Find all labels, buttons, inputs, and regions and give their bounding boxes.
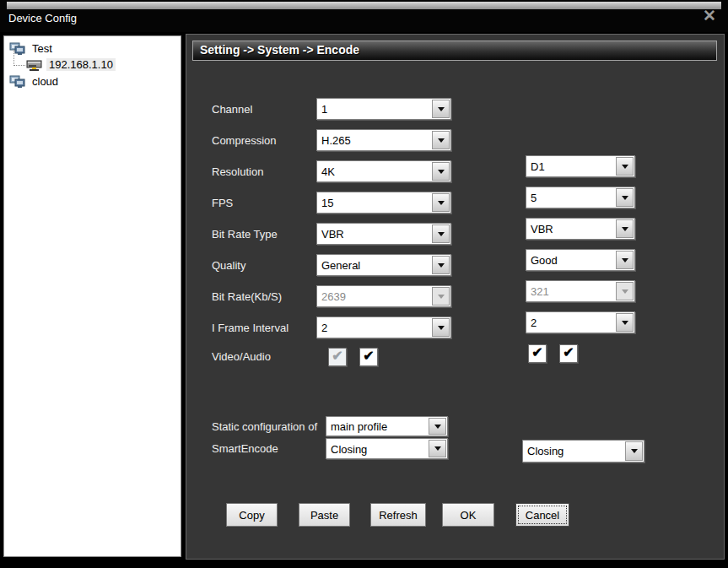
dropdown-arrow-icon[interactable]	[616, 188, 634, 207]
device-group-icon	[9, 75, 26, 89]
i-frame-interval-select-sub[interactable]: 2	[526, 311, 635, 333]
dropdown-arrow-icon[interactable]	[432, 131, 450, 149]
cancel-button[interactable]: Cancel	[515, 503, 569, 527]
bit-rate-type-value-sub: VBR	[526, 219, 615, 239]
window-title: Device Config	[8, 12, 77, 24]
dropdown-arrow-icon[interactable]	[432, 193, 450, 212]
bit-rate-value-main: 2639	[317, 286, 431, 306]
bit-rate-type-value-main: VBR	[317, 224, 431, 244]
channel-select[interactable]: 1	[316, 98, 451, 120]
static-config-value: main profile	[326, 417, 428, 435]
breadcrumb-header: Setting -> System -> Encode	[192, 41, 717, 61]
bit-rate-type-select-main[interactable]: VBR	[316, 223, 451, 245]
smart-encode-select-main[interactable]: Closing	[326, 438, 448, 459]
fps-value-sub: 5	[526, 187, 615, 208]
dropdown-arrow-icon[interactable]	[616, 219, 634, 238]
fps-value-main: 15	[317, 192, 431, 213]
channel-label: Channel	[212, 103, 252, 116]
tree-item-label: cloud	[30, 75, 61, 88]
resolution-value-main: 4K	[317, 161, 431, 181]
refresh-button[interactable]: Refresh	[370, 503, 426, 527]
quality-select-main[interactable]: General	[316, 254, 451, 276]
smart-encode-select-sub[interactable]: Closing	[522, 440, 644, 463]
compression-value: H.265	[317, 130, 431, 150]
dropdown-arrow-icon[interactable]	[432, 256, 450, 274]
tree-item-cloud[interactable]: cloud	[9, 73, 61, 89]
copy-button[interactable]: Copy	[226, 503, 278, 527]
title-bar-gloss	[7, 2, 721, 9]
static-config-select[interactable]: main profile	[326, 416, 448, 436]
resolution-label: Resolution	[212, 165, 263, 178]
check-icon: ✔	[332, 349, 342, 363]
check-icon: ✔	[563, 346, 574, 360]
network-device-icon	[26, 58, 43, 72]
quality-value-main: General	[317, 255, 431, 275]
video-checkbox-main: ✔	[328, 348, 347, 366]
device-tree-panel: Test 192.168.1.10 cloud	[3, 35, 181, 557]
paste-button[interactable]: Paste	[299, 503, 350, 527]
i-frame-interval-select-main[interactable]: 2	[316, 316, 451, 338]
smart-encode-value-sub: Closing	[523, 441, 624, 462]
compression-label: Compression	[212, 134, 277, 147]
dropdown-arrow-icon[interactable]	[429, 440, 446, 457]
smart-encode-value-main: Closing	[326, 439, 428, 458]
tree-connector	[13, 50, 25, 66]
resolution-select-sub[interactable]: D1	[526, 155, 635, 177]
encode-settings-panel: Setting -> System -> Encode Channel Comp…	[186, 34, 725, 560]
dropdown-arrow-icon	[616, 282, 634, 300]
resolution-value-sub: D1	[526, 156, 615, 176]
bit-rate-value-sub: 321	[526, 281, 615, 301]
fps-label: FPS	[212, 197, 233, 209]
channel-value: 1	[317, 99, 431, 119]
quality-value-sub: Good	[526, 250, 615, 270]
i-frame-interval-value-main: 2	[317, 317, 431, 338]
dropdown-arrow-icon[interactable]	[616, 251, 634, 269]
check-icon: ✔	[531, 346, 542, 360]
dropdown-arrow-icon[interactable]	[429, 418, 446, 435]
i-frame-interval-label: I Frame Interval	[212, 322, 289, 334]
dropdown-arrow-icon[interactable]	[432, 318, 450, 337]
dropdown-arrow-icon[interactable]	[432, 100, 450, 118]
i-frame-interval-value-sub: 2	[526, 312, 615, 333]
resolution-select-main[interactable]: 4K	[316, 160, 451, 182]
title-bar: Device Config ✕	[0, 0, 728, 32]
video-checkbox-sub[interactable]: ✔	[528, 344, 547, 363]
smart-encode-label: SmartEncode	[212, 442, 278, 455]
bit-rate-select-main: 2639	[316, 285, 451, 307]
fps-select-sub[interactable]: 5	[526, 187, 635, 208]
static-config-label: Static configuration of	[212, 420, 317, 433]
tree-item-label: Test	[30, 42, 55, 55]
bit-rate-type-select-sub[interactable]: VBR	[526, 218, 635, 240]
compression-select[interactable]: H.265	[316, 129, 451, 151]
video-audio-label: Video/Audio	[212, 350, 271, 363]
dropdown-arrow-icon[interactable]	[616, 157, 634, 176]
fps-select-main[interactable]: 15	[316, 192, 451, 214]
breadcrumb: Setting -> System -> Encode	[200, 43, 359, 57]
bit-rate-label: Bit Rate(Kb/S)	[212, 290, 282, 303]
quality-label: Quality	[212, 259, 245, 272]
dropdown-arrow-icon	[432, 287, 450, 306]
ok-button[interactable]: OK	[442, 503, 494, 527]
bit-rate-type-label: Bit Rate Type	[212, 228, 278, 241]
dropdown-arrow-icon[interactable]	[432, 224, 450, 243]
audio-checkbox-sub[interactable]: ✔	[559, 344, 578, 363]
tree-item-device[interactable]: 192.168.1.10	[26, 57, 116, 73]
dropdown-arrow-icon[interactable]	[432, 162, 450, 181]
dropdown-arrow-icon[interactable]	[616, 313, 634, 332]
tree-item-label: 192.168.1.10	[46, 58, 116, 71]
dropdown-arrow-icon[interactable]	[625, 441, 643, 461]
bit-rate-select-sub: 321	[526, 280, 635, 302]
audio-checkbox-main[interactable]: ✔	[359, 348, 378, 366]
check-icon: ✔	[363, 349, 374, 363]
close-icon[interactable]: ✕	[703, 8, 716, 24]
quality-select-sub[interactable]: Good	[526, 249, 635, 271]
